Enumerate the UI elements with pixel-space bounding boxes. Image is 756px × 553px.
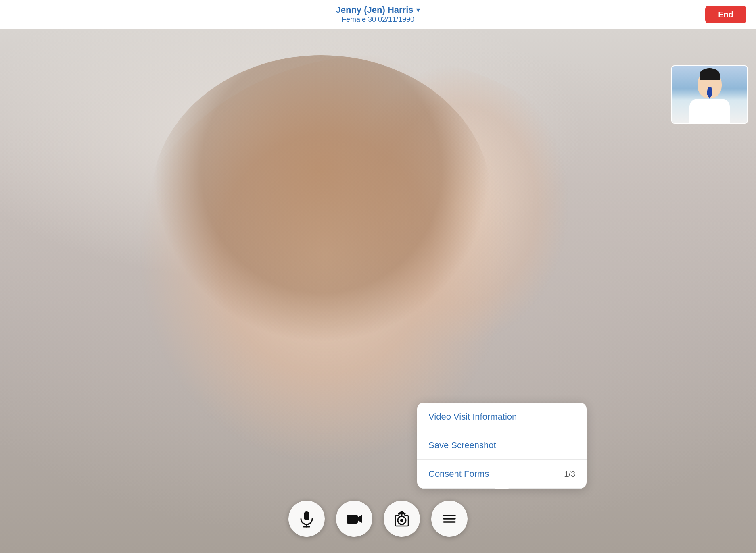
hair-overlay	[151, 55, 491, 343]
mic-button[interactable]	[288, 501, 325, 537]
svg-marker-4	[358, 515, 362, 523]
consent-forms-label: Consent Forms	[428, 469, 489, 479]
camera-button[interactable]	[336, 501, 372, 537]
menu-item-video-visit[interactable]: Video Visit Information	[417, 403, 587, 431]
video-visit-label: Video Visit Information	[428, 412, 517, 422]
svg-rect-3	[347, 515, 358, 524]
controls-bar	[288, 501, 468, 537]
patient-details: Female 30 02/11/1990	[336, 15, 420, 24]
camera-icon	[345, 510, 363, 528]
video-container: Video Visit Information Save Screenshot …	[0, 29, 756, 553]
menu-item-consent-forms[interactable]: Consent Forms 1/3	[417, 460, 587, 489]
flip-camera-icon	[393, 510, 411, 528]
patient-name: Jenny (Jen) Harris	[336, 5, 414, 15]
hamburger-menu-icon	[441, 510, 458, 528]
end-button[interactable]: End	[705, 6, 746, 23]
chevron-down-icon: ▾	[416, 6, 420, 15]
popup-menu: Video Visit Information Save Screenshot …	[417, 403, 587, 489]
save-screenshot-label: Save Screenshot	[428, 440, 496, 451]
patient-name-row[interactable]: Jenny (Jen) Harris ▾	[336, 5, 420, 15]
svg-point-6	[400, 519, 403, 522]
doctor-thumbnail	[671, 65, 748, 124]
svg-rect-0	[304, 511, 309, 520]
flip-camera-button[interactable]	[384, 501, 420, 537]
menu-item-save-screenshot[interactable]: Save Screenshot	[417, 431, 587, 460]
mic-icon	[298, 510, 315, 528]
doctor-body	[689, 99, 730, 123]
header: Jenny (Jen) Harris ▾ Female 30 02/11/199…	[0, 0, 756, 29]
consent-forms-badge: 1/3	[564, 470, 575, 479]
doctor-hair-icon	[700, 68, 720, 80]
popup-tail	[495, 488, 509, 489]
patient-info: Jenny (Jen) Harris ▾ Female 30 02/11/199…	[336, 5, 420, 24]
doctor-figure	[672, 66, 747, 123]
patient-video	[0, 29, 756, 553]
more-options-button[interactable]	[431, 501, 468, 537]
